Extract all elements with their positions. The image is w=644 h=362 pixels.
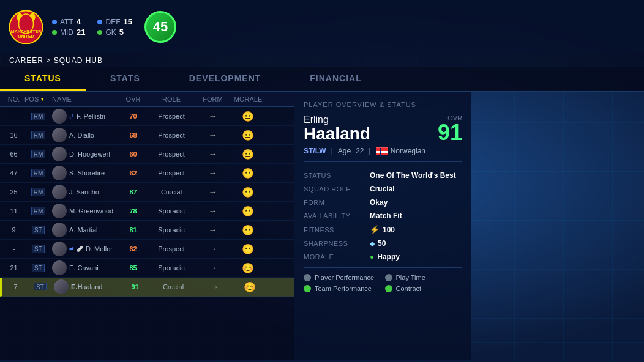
pos-badge: RM <box>31 131 46 139</box>
availability-row: AVAILABILITY Match Fit <box>304 212 462 220</box>
table-row[interactable]: 9 ST A. Martial 81 Sporadic → 😐 <box>0 221 294 240</box>
cell-form: → <box>196 225 230 235</box>
player-name: E.Haaland <box>71 283 102 290</box>
top-bar: MANCHESTER UNITED ATT 4 DEF 15 MID 21 GK… <box>0 0 644 54</box>
squad-role-label: SQUAD ROLE <box>304 185 365 193</box>
tab-financial[interactable]: FINANCIAL <box>285 67 386 91</box>
cell-name: E. Cavani <box>52 260 119 275</box>
player-meta: ST/LW | Age 22 | Norwegian <box>304 147 462 162</box>
cell-no: 7 <box>5 283 26 290</box>
cell-ovr: 62 <box>119 245 147 253</box>
cell-name: D. Hoogewerf <box>52 147 119 161</box>
table-row[interactable]: 7 ST E.Haaland 91 Crucial → 😊 <box>0 278 294 297</box>
nationality-flag: Norwegian <box>376 147 425 155</box>
cell-name: E.Haaland <box>54 279 121 294</box>
cell-morale: 😐 <box>230 111 266 122</box>
cell-morale: 😊 <box>231 281 268 293</box>
cell-pos: ST <box>24 264 52 272</box>
fitness-row: FITNESS ⚡ 100 <box>304 225 462 234</box>
cell-name: ⇄ F. Pellistri <box>52 109 119 124</box>
main-content: No. Pos ▼ Name OVR Role Form Morale - RM… <box>0 92 644 360</box>
pos-badge: RM <box>31 188 46 196</box>
total-badge: 45 <box>144 11 176 43</box>
player-avatar <box>52 204 67 218</box>
table-row[interactable]: - RM ⇄ F. Pellistri 70 Prospect → 😐 <box>0 107 294 126</box>
table-row[interactable]: 25 RM J. Sancho 87 Crucial → 😐 <box>0 183 294 202</box>
player-name: M. Greenwood <box>69 207 113 215</box>
def-dot <box>97 20 102 24</box>
cell-no: 47 <box>3 169 24 177</box>
cell-ovr: 91 <box>121 283 149 290</box>
table-row[interactable]: 16 RM A. Diallo 68 Prospect → 😐 <box>0 126 294 145</box>
cell-morale: 😐 <box>230 168 266 179</box>
pos-badge: RM <box>31 207 46 215</box>
table-row[interactable]: - ST ⇄🩹 D. Mellor 62 Prospect → 😐 <box>0 240 294 259</box>
mid-label: MID <box>60 28 73 37</box>
cell-role: Prospect <box>147 245 196 253</box>
player-name-section: Erling Haaland OVR 91 <box>304 114 462 144</box>
ovr-number: 91 <box>438 122 462 144</box>
nav-tabs: STATUS STATS DEVELOPMENT FINANCIAL <box>0 67 644 92</box>
table-row[interactable]: 47 RM S. Shoretire 62 Prospect → 😐 <box>0 164 294 183</box>
cell-morale: 😐 <box>230 224 266 236</box>
gk-stat: GK 5 <box>97 28 132 37</box>
tab-status[interactable]: STATUS <box>0 67 86 91</box>
cell-no: 11 <box>3 207 24 215</box>
player-name: A. Diallo <box>69 131 94 139</box>
perf-play-time: Play Time <box>385 274 463 281</box>
table-row[interactable]: 11 RM M. Greenwood 78 Sporadic → 😐 <box>0 202 294 221</box>
player-avatar <box>52 242 67 256</box>
fitness-value-group: ⚡ 100 <box>370 225 462 234</box>
cell-name: J. Sancho <box>52 185 119 199</box>
player-age: 22 <box>356 147 364 155</box>
morale-row: MORALE ● Happy <box>304 253 462 261</box>
def-stat: DEF 15 <box>97 17 132 26</box>
cell-name: S. Shoretire <box>52 166 119 180</box>
svg-text:MANCHESTER: MANCHESTER <box>11 29 41 34</box>
cell-name: ⇄🩹 D. Mellor <box>52 242 119 256</box>
cell-ovr: 68 <box>119 131 147 139</box>
cell-role: Prospect <box>147 131 196 139</box>
perf-contract: Contract <box>385 285 463 292</box>
cell-form: → <box>198 282 231 292</box>
cell-role: Sporadic <box>147 226 196 234</box>
perf-dot-contract <box>385 285 392 292</box>
cell-pos: RM <box>24 131 52 139</box>
status-value: One Of The World's Best <box>370 171 462 180</box>
form-row: FORM Okay <box>304 198 462 207</box>
perf-team-performance-label: Team Performance <box>315 285 372 292</box>
pos-sort-arrow: ▼ <box>40 97 45 102</box>
perf-team-performance: Team Performance <box>304 285 381 292</box>
squad-role-row: SQUAD ROLE Crucial <box>304 185 462 193</box>
table-row[interactable]: 66 RM D. Hoogewerf 60 Prospect → 😐 <box>0 145 294 164</box>
cell-form: → <box>196 130 230 140</box>
cell-no: 66 <box>3 150 24 158</box>
tab-stats[interactable]: STATS <box>86 67 165 91</box>
att-stat: ATT 4 <box>52 17 85 26</box>
breadcrumb-current: SQUAD HUB <box>54 56 103 65</box>
cell-no: 16 <box>3 131 24 139</box>
player-detail-panel: PLAYER OVERVIEW & STATUS Erling Haaland … <box>294 92 471 360</box>
perf-player-performance-label: Player Performance <box>315 274 374 281</box>
sharpness-label: SHARPNESS <box>304 240 365 247</box>
table-row[interactable]: 21 ST E. Cavani 85 Sporadic → 😊 <box>0 259 294 278</box>
tab-development[interactable]: DEVELOPMENT <box>165 67 286 91</box>
mid-dot <box>52 30 57 35</box>
sharpness-row: SHARPNESS ◆ 50 <box>304 239 462 248</box>
player-avatar <box>52 109 67 124</box>
player-avatar <box>54 279 69 294</box>
player-loan-icon: ⇄ <box>69 246 74 252</box>
th-morale: Morale <box>230 94 266 104</box>
player-avatar <box>52 185 67 199</box>
cell-form: → <box>196 206 230 216</box>
th-pos[interactable]: Pos ▼ <box>24 94 52 104</box>
cell-form: → <box>196 244 230 254</box>
morale-value: Happy <box>377 253 400 261</box>
availability-value: Match Fit <box>370 212 462 220</box>
sharpness-value-group: ◆ 50 <box>370 239 462 248</box>
pos-badge: ST <box>34 283 47 290</box>
cell-morale: 😐 <box>230 130 266 141</box>
th-role: Role <box>147 94 196 104</box>
status-row: STATUS One Of The World's Best <box>304 171 462 180</box>
th-form: Form <box>196 94 230 104</box>
